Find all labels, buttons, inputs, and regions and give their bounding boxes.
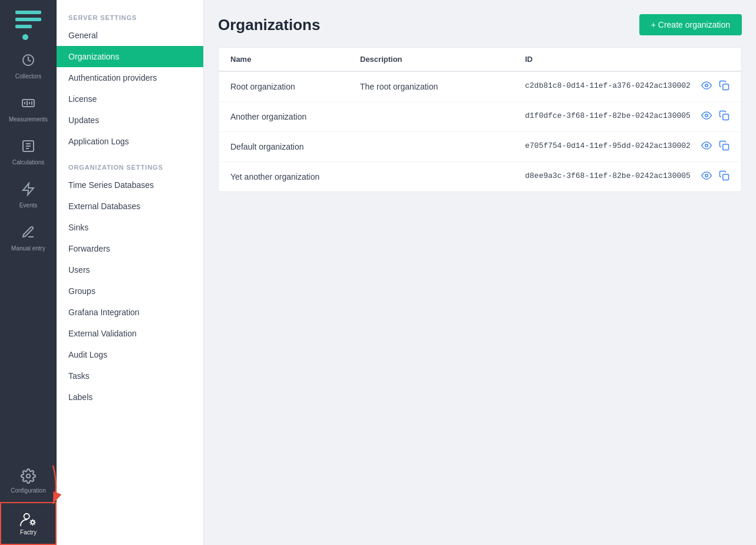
manual-entry-label: Manual entry xyxy=(11,245,45,252)
events-icon xyxy=(21,182,35,200)
tasks-label: Tasks xyxy=(68,371,90,381)
logo-line-3 xyxy=(15,25,32,28)
organizations-label: Organizations xyxy=(68,52,119,61)
copy-icon[interactable] xyxy=(719,140,729,153)
logo-line-2 xyxy=(15,18,41,21)
table-row: Default organization e705f754-0d14-11ef-… xyxy=(219,132,741,162)
svg-rect-22 xyxy=(723,174,729,180)
logo-dot xyxy=(22,34,28,40)
external-db-label: External Databases xyxy=(68,202,140,211)
org-id-value: d1f0dfce-3f68-11ef-82be-0242ac130005 xyxy=(525,111,691,120)
view-icon[interactable] xyxy=(701,110,712,123)
svg-rect-18 xyxy=(723,114,729,120)
org-id-value: d8ee9a3c-3f68-11ef-82be-0242ac130005 xyxy=(525,171,691,180)
table-body: Root organization The root organization … xyxy=(219,71,741,191)
sidebar-item-grafana[interactable]: Grafana Integration xyxy=(57,302,203,323)
events-label: Events xyxy=(19,202,38,209)
measurements-label: Measurements xyxy=(9,116,48,123)
labels-label: Labels xyxy=(68,392,93,402)
calculations-icon xyxy=(21,139,35,157)
ext-validation-label: External Validation xyxy=(68,329,137,338)
svg-rect-20 xyxy=(723,144,729,150)
nav-item-events[interactable]: Events xyxy=(0,174,57,217)
view-icon[interactable] xyxy=(701,140,712,153)
sidebar-item-tasks[interactable]: Tasks xyxy=(57,365,203,387)
nav-bottom: Configuration Factry xyxy=(0,460,57,545)
application-logs-label: Application Logs xyxy=(68,137,129,146)
org-id-cell: d8ee9a3c-3f68-11ef-82be-0242ac130005 xyxy=(513,162,741,192)
svg-point-12 xyxy=(24,514,29,519)
audit-logs-label: Audit Logs xyxy=(68,350,107,359)
create-organization-button[interactable]: + Create organization xyxy=(639,14,742,35)
nav-item-collectors[interactable]: Collectors xyxy=(0,45,57,88)
sidebar-item-forwarders[interactable]: Forwarders xyxy=(57,238,203,259)
organizations-table-container: Name Description ID Root organization Th… xyxy=(218,47,742,192)
updates-label: Updates xyxy=(68,115,99,125)
nav-item-manual-entry[interactable]: Manual entry xyxy=(0,217,57,260)
sidebar-item-audit-logs[interactable]: Audit Logs xyxy=(57,344,203,365)
svg-point-17 xyxy=(705,114,708,117)
org-description-cell xyxy=(348,162,513,192)
org-name-cell: Root organization xyxy=(219,71,348,102)
auth-providers-label: Authentication providers xyxy=(68,73,157,82)
svg-marker-10 xyxy=(23,183,34,195)
org-description-cell: The root organization xyxy=(348,71,513,102)
copy-icon[interactable] xyxy=(719,110,729,123)
collectors-icon xyxy=(21,53,35,71)
configuration-label: Configuration xyxy=(11,487,45,494)
svg-point-13 xyxy=(31,521,35,524)
org-description-cell xyxy=(348,132,513,162)
col-description: Description xyxy=(348,48,513,71)
sidebar-item-ext-validation[interactable]: External Validation xyxy=(57,323,203,344)
sidebar-item-updates[interactable]: Updates xyxy=(57,110,203,131)
license-label: License xyxy=(68,94,97,104)
view-icon[interactable] xyxy=(701,80,712,93)
forwarders-label: Forwarders xyxy=(68,244,110,253)
table-row: Another organization d1f0dfce-3f68-11ef-… xyxy=(219,102,741,132)
general-label: General xyxy=(68,31,98,40)
sidebar-item-groups[interactable]: Groups xyxy=(57,280,203,302)
nav-item-measurements[interactable]: Measurements xyxy=(0,88,57,131)
sidebar-item-license[interactable]: License xyxy=(57,88,203,110)
svg-point-19 xyxy=(705,144,708,147)
view-icon[interactable] xyxy=(701,170,712,183)
users-label: Users xyxy=(68,265,90,275)
copy-icon[interactable] xyxy=(719,170,729,183)
sidebar-item-labels[interactable]: Labels xyxy=(57,387,203,408)
org-id-cell: e705f754-0d14-11ef-95dd-0242ac130002 xyxy=(513,132,741,162)
sinks-label: Sinks xyxy=(68,223,88,232)
groups-label: Groups xyxy=(68,286,95,296)
collectors-label: Collectors xyxy=(15,73,41,80)
factry-icon xyxy=(19,511,37,528)
organizations-table: Name Description ID Root organization Th… xyxy=(219,48,741,191)
org-id-value: c2db81c8-0d14-11ef-a376-0242ac130002 xyxy=(525,81,691,90)
org-id-cell: d1f0dfce-3f68-11ef-82be-0242ac130005 xyxy=(513,102,741,132)
svg-point-11 xyxy=(27,474,31,478)
factry-label: Factry xyxy=(20,529,37,536)
sidebar-item-sinks[interactable]: Sinks xyxy=(57,217,203,238)
svg-rect-16 xyxy=(723,84,729,90)
copy-icon[interactable] xyxy=(719,80,729,93)
nav-item-factry[interactable]: Factry xyxy=(0,502,57,545)
nav-item-configuration[interactable]: Configuration xyxy=(0,460,57,502)
nav-item-calculations[interactable]: Calculations xyxy=(0,131,57,174)
manual-entry-icon xyxy=(21,225,35,243)
table-row: Root organization The root organization … xyxy=(219,71,741,102)
sidebar-item-organizations[interactable]: Organizations xyxy=(57,46,203,67)
time-series-db-label: Time Series Databases xyxy=(68,180,154,190)
sidebar-item-users[interactable]: Users xyxy=(57,259,203,280)
org-id-cell: c2db81c8-0d14-11ef-a376-0242ac130002 xyxy=(513,71,741,102)
logo xyxy=(8,6,48,45)
sidebar-item-general[interactable]: General xyxy=(57,25,203,46)
main-content: Organizations + Create organization Name… xyxy=(204,0,756,545)
org-id-value: e705f754-0d14-11ef-95dd-0242ac130002 xyxy=(525,141,691,150)
org-name-cell: Yet another organization xyxy=(219,162,348,192)
server-settings-section: SERVER SETTINGS xyxy=(57,9,203,25)
sidebar-item-time-series-db[interactable]: Time Series Databases xyxy=(57,174,203,196)
org-description-cell xyxy=(348,102,513,132)
sidebar-item-auth-providers[interactable]: Authentication providers xyxy=(57,67,203,88)
table-header: Name Description ID xyxy=(219,48,741,71)
sidebar-item-application-logs[interactable]: Application Logs xyxy=(57,131,203,152)
sidebar-item-external-db[interactable]: External Databases xyxy=(57,196,203,217)
page-header: Organizations + Create organization xyxy=(218,14,742,35)
